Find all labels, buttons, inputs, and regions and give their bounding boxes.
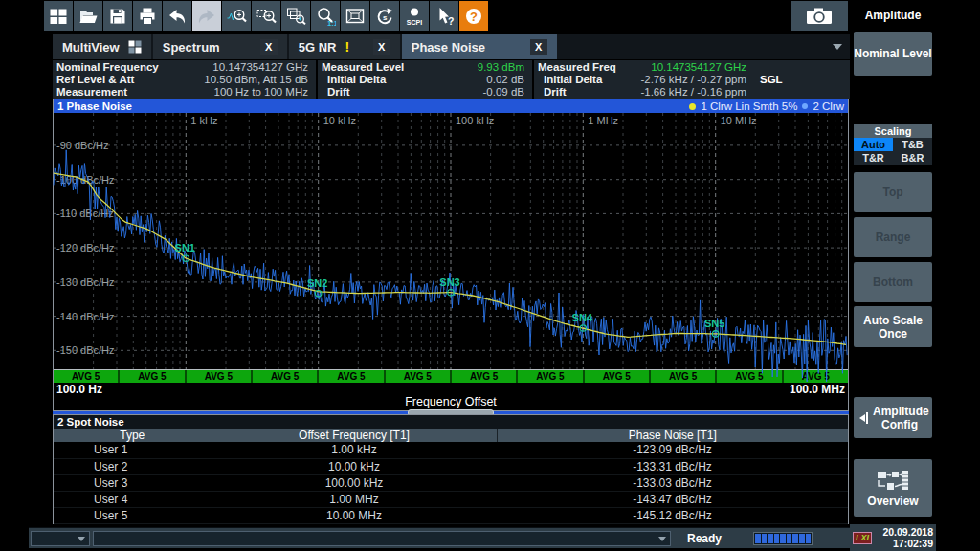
- x-axis-stop: 100.0 MHz: [790, 383, 845, 396]
- zoom-signal-icon[interactable]: [222, 1, 251, 31]
- multiview-grid-icon: [128, 40, 142, 54]
- spot-noise-row[interactable]: User 210.00 kHz-133.31 dBc/Hz: [54, 458, 848, 474]
- status-dropdown-small[interactable]: [31, 531, 90, 546]
- info-column-measured-freq: Measured Freq10.147354127 GHz Initial De…: [532, 60, 850, 99]
- windows-icon[interactable]: [44, 1, 73, 31]
- svg-text:1 kHz: 1 kHz: [190, 115, 217, 126]
- close-tab-icon[interactable]: X: [530, 39, 547, 55]
- info-label: Initial Delta: [538, 74, 602, 86]
- lxi-logo: LXI: [853, 532, 872, 544]
- date: 20.09.2018: [882, 526, 933, 538]
- close-tab-icon[interactable]: X: [373, 39, 390, 55]
- window-title[interactable]: 2 Spot Noise: [54, 415, 848, 429]
- spot-noise-row[interactable]: User 41.00 MHz-143.47 dBc/Hz: [54, 491, 848, 507]
- type-cell: User 4: [54, 491, 212, 507]
- scaling-options: Auto T&B T&R B&R: [854, 138, 932, 165]
- scaling-option-tr[interactable]: T&R: [854, 151, 893, 165]
- info-value: 10.147354127 GHz: [159, 61, 308, 74]
- screenshot-button[interactable]: [791, 1, 848, 31]
- info-tag: [746, 61, 842, 74]
- spot-noise-row[interactable]: User 3100.00 kHz-133.03 dBc/Hz: [54, 474, 848, 491]
- redo-icon[interactable]: [192, 1, 221, 31]
- column-header-phase-noise: Phase Noise [T1]: [497, 429, 848, 442]
- svg-text:100 kHz: 100 kHz: [456, 115, 494, 126]
- column-header-type: Type: [54, 429, 212, 442]
- spot-noise-row[interactable]: User 510.00 MHz-145.12 dBc/Hz: [54, 507, 848, 523]
- auto-refresh-icon[interactable]: s: [370, 1, 399, 31]
- range-softkey[interactable]: Range: [854, 217, 932, 257]
- amplitude-config-softkey[interactable]: Amplitude Config: [854, 397, 932, 438]
- status-bar: Ready: [29, 527, 850, 548]
- progress-segment: [762, 534, 768, 543]
- tab-label: MultiView: [62, 40, 120, 55]
- scaling-group-label: Scaling: [854, 124, 932, 138]
- svg-text:-140 dBc/Hz: -140 dBc/Hz: [56, 311, 115, 322]
- alert-icon: !: [345, 39, 364, 55]
- window-title-bar[interactable]: 1 Phase Noise 1 Clrw Lin Smth 5% 2 Clrw: [54, 99, 848, 113]
- tab-overflow-arrow-icon[interactable]: [833, 44, 842, 50]
- open-file-icon[interactable]: [74, 1, 102, 31]
- measurement-progress-bar: [753, 532, 813, 545]
- overview-softkey[interactable]: Overview: [854, 459, 932, 517]
- nominal-level-softkey[interactable]: Nominal Level: [854, 32, 932, 76]
- svg-text:1 MHz: 1 MHz: [588, 115, 618, 126]
- spot-noise-window: 2 Spot Noise Type Offset Frequency [T1] …: [53, 414, 849, 524]
- context-help-icon[interactable]: ?: [430, 1, 458, 31]
- status-message-dropdown[interactable]: [93, 531, 671, 546]
- offset-frequency-cell: 10.00 MHz: [212, 507, 497, 523]
- spot-noise-table: Type Offset Frequency [T1] Phase Noise […: [54, 429, 848, 524]
- help-icon[interactable]: ?: [459, 1, 488, 31]
- tab-phase-noise[interactable]: Phase Noise X: [402, 34, 557, 59]
- zoom-selection-icon[interactable]: [252, 1, 280, 31]
- svg-text:-130 dBc/Hz: -130 dBc/Hz: [56, 276, 115, 288]
- close-tab-icon[interactable]: X: [260, 39, 278, 55]
- toolbar: 1:1 s SCPI ? ?: [44, 1, 488, 31]
- print-icon[interactable]: [133, 1, 162, 31]
- instrument-screen: 1:1 s SCPI ? ? MultiView Spectrum X 5G N…: [0, 0, 980, 551]
- info-column-level: Measured Level9.93 dBm Initial Delta0.02…: [316, 60, 532, 99]
- tab-5g-nr[interactable]: 5G NR ! X: [289, 34, 400, 59]
- info-label: Measurement: [56, 86, 127, 99]
- tab-multiview[interactable]: MultiView: [53, 34, 151, 59]
- offset-frequency-cell: 1.00 kHz: [212, 442, 497, 458]
- info-value: 100 Hz to 100 MHz: [127, 86, 308, 99]
- scaling-option-auto[interactable]: Auto: [854, 138, 893, 151]
- scaling-option-tb[interactable]: T&B: [893, 138, 932, 151]
- spot-noise-row[interactable]: User 11.00 kHz-123.09 dBc/Hz: [54, 442, 848, 458]
- undo-icon[interactable]: [163, 1, 191, 31]
- overview-diagram-icon: [877, 469, 909, 492]
- trace-legend: 1 Clrw Lin Smth 5% 2 Clrw: [689, 100, 844, 112]
- table-header-row: Type Offset Frequency [T1] Phase Noise […: [54, 429, 848, 442]
- dropdown-arrow-icon: [658, 537, 666, 541]
- save-icon[interactable]: [103, 1, 132, 31]
- display-frame-icon[interactable]: [341, 1, 369, 31]
- info-column-frequency: Nominal Frequency10.147354127 GHz Ref Le…: [53, 60, 316, 99]
- clock-panel: LXI 20.09.2018 17:02:39: [850, 524, 936, 551]
- multi-zoom-icon[interactable]: [281, 1, 310, 31]
- scpi-recorder-icon[interactable]: SCPI: [400, 1, 429, 31]
- zoom-one-to-one-icon[interactable]: 1:1: [311, 1, 340, 31]
- info-label: Measured Freq: [538, 61, 616, 74]
- trace1-dot-icon: [689, 103, 696, 110]
- phase-noise-cell: -123.09 dBc/Hz: [497, 442, 848, 458]
- tab-label: Phase Noise: [412, 40, 522, 55]
- info-label: Measured Level: [322, 61, 404, 74]
- svg-text:SN5: SN5: [704, 318, 724, 329]
- softkey-label: Amplitude Config: [873, 405, 926, 431]
- auto-scale-once-softkey[interactable]: Auto Scale Once: [854, 306, 932, 347]
- svg-text:10 MHz: 10 MHz: [721, 115, 757, 126]
- phase-noise-cell: -145.12 dBc/Hz: [497, 507, 848, 523]
- info-label: Nominal Frequency: [56, 61, 159, 74]
- scaling-option-br[interactable]: B&R: [893, 151, 932, 165]
- info-label: Initial Delta: [322, 74, 386, 86]
- time: 17:02:39: [893, 538, 933, 549]
- context-help-q: ?: [448, 14, 454, 26]
- bottom-softkey[interactable]: Bottom: [854, 262, 932, 302]
- top-softkey[interactable]: Top: [854, 172, 932, 212]
- info-value: 0.02 dB: [386, 74, 524, 86]
- info-value: 10.50 dBm, Att 15 dB: [134, 74, 308, 86]
- tab-spectrum[interactable]: Spectrum X: [153, 34, 287, 59]
- info-label: Drift: [322, 86, 350, 99]
- phase-noise-diagram[interactable]: 1 kHz10 kHz100 kHz1 MHz10 MHz-90 dBc/Hz-…: [54, 113, 848, 369]
- refresh-s-label: s: [383, 12, 388, 21]
